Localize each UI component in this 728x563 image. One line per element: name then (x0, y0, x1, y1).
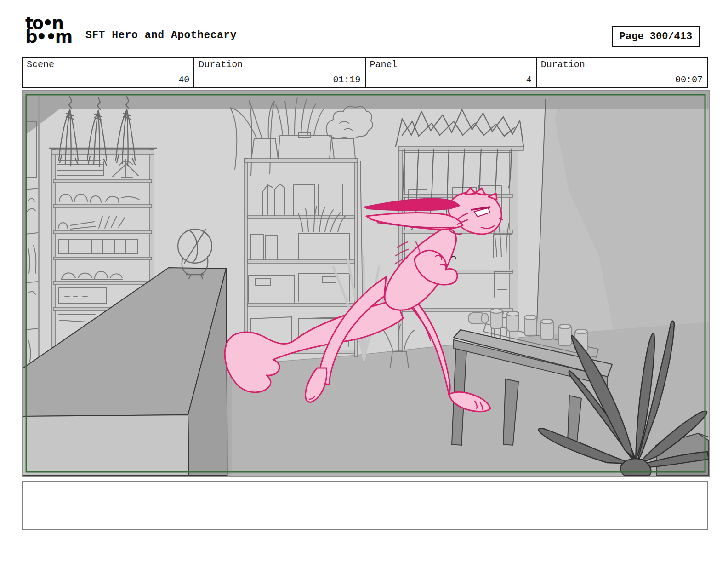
info-value: 01:19 (199, 75, 360, 85)
info-cell-panel: Panel 4 (365, 58, 536, 87)
caption-box (22, 481, 708, 530)
info-label: Scene (27, 59, 189, 70)
info-cell-scene: Scene 40 (23, 58, 193, 87)
storyboard-export-page: to•n b••m SFT Hero and Apothecary Page 3… (0, 0, 728, 563)
info-cell-scene-duration: Duration 01:19 (193, 58, 364, 87)
info-label: Duration (541, 59, 703, 70)
info-value: 00:07 (541, 75, 703, 85)
toonboom-logo-line2: b••m (25, 30, 71, 44)
info-label: Panel (370, 59, 532, 70)
storyboard-drawing (23, 91, 709, 476)
project-title: SFT Hero and Apothecary (85, 29, 237, 41)
toonboom-logo: to•n b••m (25, 17, 71, 44)
page-number-box: Page 300/413 (612, 26, 700, 47)
panel-info-row: Scene 40 Duration 01:19 Panel 4 Duration… (22, 57, 708, 88)
info-label: Duration (199, 59, 360, 70)
info-value: 40 (27, 75, 189, 85)
info-cell-panel-duration: Duration 00:07 (536, 58, 707, 87)
page-number-label: Page 300/413 (620, 31, 692, 42)
storyboard-panel (22, 90, 710, 477)
info-value: 4 (370, 75, 532, 85)
